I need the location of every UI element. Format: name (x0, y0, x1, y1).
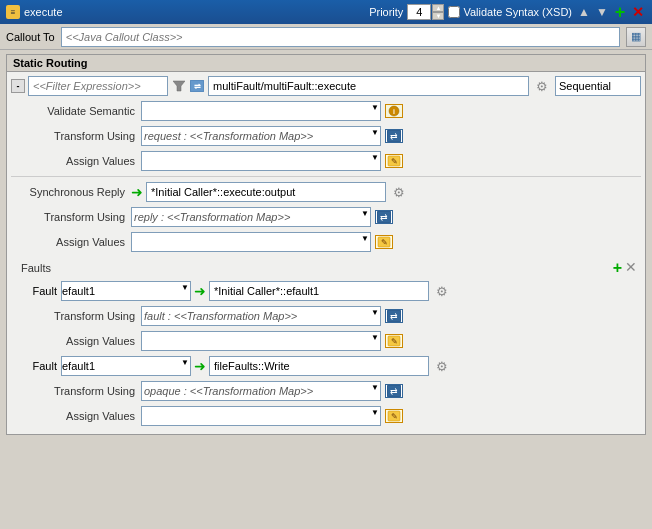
transform-using-1-label: Transform Using (21, 130, 141, 142)
move-up-btn[interactable]: ▲ (576, 4, 592, 20)
fault-2-select[interactable]: efault1 (61, 356, 191, 376)
assign-reply-row: Assign Values ✎ (11, 231, 641, 253)
validate-semantic-icon-btn[interactable]: i (384, 101, 404, 121)
fault-1-transform-row: Transform Using fault : <<Transformation… (21, 305, 641, 327)
fault-1-form-rows: Transform Using fault : <<Transformation… (11, 305, 641, 352)
transform-reply-icon-btn[interactable]: ⇄ (374, 207, 394, 227)
fault-1-assign-select[interactable] (141, 331, 381, 351)
fault-2-transform-select-wrap: opaque : <<Transformation Map>> (141, 381, 381, 401)
app-icon: ≡ (6, 5, 20, 19)
sync-reply-gear-icon: ⚙ (393, 185, 405, 200)
validate-semantic-select[interactable] (141, 101, 381, 121)
fault-2-assign-label: Assign Values (21, 410, 141, 422)
panel-content: - ⇌ ⚙ (7, 72, 645, 434)
transform-reply-row: Transform Using reply : <<Transformation… (11, 206, 641, 228)
transform-reply-select-wrap: reply : <<Transformation Map>> (131, 207, 371, 227)
fault-1-select-wrap: efault1 (61, 281, 191, 301)
assign-1-select-wrap (141, 151, 381, 171)
delete-btn[interactable]: ✕ (630, 4, 646, 20)
callout-input[interactable] (61, 27, 620, 47)
fault-2-assign-icon-btn[interactable]: ✎ (384, 406, 404, 426)
fault-2-assign-select[interactable] (141, 406, 381, 426)
fault-1-gear-btn[interactable]: ⚙ (432, 281, 452, 301)
priority-input-wrap: ▲ ▼ (407, 4, 444, 20)
svg-text:✎: ✎ (391, 337, 398, 346)
sync-reply-gear-btn[interactable]: ⚙ (389, 182, 409, 202)
move-down-btn[interactable]: ▼ (594, 4, 610, 20)
svg-text:✎: ✎ (391, 157, 398, 166)
fault-2-arrow-icon: ➜ (194, 358, 206, 374)
transform-reply-select[interactable]: reply : <<Transformation Map>> (131, 207, 371, 227)
assign-values-1-row: Assign Values ✎ (21, 150, 641, 172)
collapse-btn[interactable]: - (11, 79, 25, 93)
faults-actions: + ✕ (613, 259, 637, 277)
fault-2-assign-row: Assign Values ✎ (21, 405, 641, 427)
fault-2-transform-icon-btn[interactable]: ⇄ (384, 381, 404, 401)
filter-row: - ⇌ ⚙ (11, 76, 641, 96)
assign-reply-select[interactable] (131, 232, 371, 252)
transform-using-1-row: Transform Using request : <<Transformati… (21, 125, 641, 147)
fault-2-label: Fault (11, 360, 61, 372)
transform-using-1-select[interactable]: request : <<Transformation Map>> (141, 126, 381, 146)
callout-action-btn[interactable]: ▦ (626, 27, 646, 47)
svg-text:⇄: ⇄ (380, 212, 388, 222)
validate-syntax-checkbox[interactable] (448, 6, 460, 18)
assign-values-1-select[interactable] (141, 151, 381, 171)
fault-1-transform-icon-btn[interactable]: ⇄ (384, 306, 404, 326)
sync-reply-label: Synchronous Reply (11, 186, 131, 198)
callout-row: Callout To ▦ (0, 24, 652, 50)
fault-1-transform-label: Transform Using (21, 310, 141, 322)
fault-2-transform-select[interactable]: opaque : <<Transformation Map>> (141, 381, 381, 401)
fault-1-transform-select-wrap: fault : <<Transformation Map>> (141, 306, 381, 326)
fault-2-form-rows: Transform Using opaque : <<Transformatio… (11, 380, 641, 427)
swap-icon[interactable]: ⇌ (189, 78, 205, 94)
svg-text:⇌: ⇌ (194, 82, 201, 91)
svg-text:⇄: ⇄ (390, 311, 398, 321)
window-title: execute (24, 6, 365, 18)
fault-1-assign-select-wrap (141, 331, 381, 351)
route-target-input[interactable] (208, 76, 529, 96)
fault-1-section: Fault efault1 ➜ ⚙ Transform Using (11, 280, 641, 352)
svg-text:i: i (393, 108, 395, 115)
route-gear-btn[interactable]: ⚙ (532, 76, 552, 96)
svg-text:⇄: ⇄ (390, 131, 398, 141)
fault-2-assign-select-wrap (141, 406, 381, 426)
fault-2-transform-row: Transform Using opaque : <<Transformatio… (21, 380, 641, 402)
validate-semantic-select-wrap (141, 101, 381, 121)
add-btn[interactable]: + (612, 4, 628, 20)
assign-1-icon-btn[interactable]: ✎ (384, 151, 404, 171)
transform-1-icon-btn[interactable]: ⇄ (384, 126, 404, 146)
panel-title: Static Routing (7, 55, 645, 72)
fault-2-select-wrap: efault1 (61, 356, 191, 376)
fault-2-gear-btn[interactable]: ⚙ (432, 356, 452, 376)
sequential-select[interactable]: Sequential Round Robin (555, 76, 641, 96)
priority-label: Priority (369, 6, 403, 18)
priority-up-btn[interactable]: ▲ (432, 4, 444, 12)
fault-1-select[interactable]: efault1 (61, 281, 191, 301)
fault-1-target-input[interactable] (209, 281, 429, 301)
fault-1-assign-icon-btn[interactable]: ✎ (384, 331, 404, 351)
assign-reply-select-wrap (131, 232, 371, 252)
fault-2-gear-icon: ⚙ (436, 359, 448, 374)
priority-input[interactable] (407, 4, 431, 20)
fault-1-arrow-icon: ➜ (194, 283, 206, 299)
fault-2-transform-label: Transform Using (21, 385, 141, 397)
filter-input[interactable] (28, 76, 168, 96)
fault-1-transform-select[interactable]: fault : <<Transformation Map>> (141, 306, 381, 326)
fault-1-label: Fault (11, 285, 61, 297)
priority-down-btn[interactable]: ▼ (432, 12, 444, 20)
sync-reply-arrow-icon: ➜ (131, 184, 143, 200)
fault-2-section: Fault efault1 ➜ ⚙ Transform Using (11, 355, 641, 427)
assign-reply-icon-btn[interactable]: ✎ (374, 232, 394, 252)
sync-reply-input[interactable] (146, 182, 386, 202)
validate-semantic-label: Validate Semantic (21, 105, 141, 117)
faults-delete-btn[interactable]: ✕ (625, 259, 637, 277)
fault-1-assign-row: Assign Values ✎ (21, 330, 641, 352)
fault-2-target-input[interactable] (209, 356, 429, 376)
faults-add-btn[interactable]: + (613, 259, 622, 277)
priority-spinner: ▲ ▼ (432, 4, 444, 20)
validate-syntax-label: Validate Syntax (XSD) (463, 6, 572, 18)
transform-reply-label: Transform Using (11, 211, 131, 223)
filter-icon[interactable] (171, 78, 187, 94)
assign-values-1-label: Assign Values (21, 155, 141, 167)
